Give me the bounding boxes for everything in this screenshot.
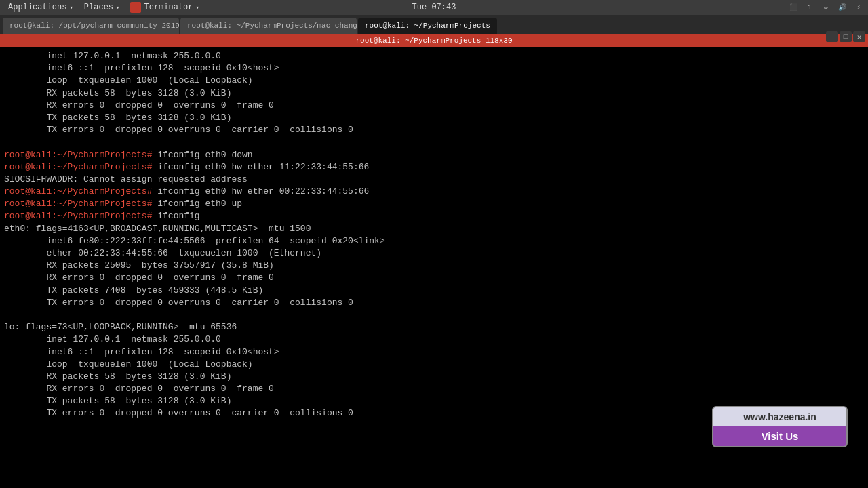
terminal-line: loop txqueuelen 1000 (Local Loopback) [4,75,864,87]
terminator-label: Terminator [144,3,193,12]
maximize-button[interactable]: □ [840,31,852,42]
close-button[interactable]: ✕ [853,31,865,42]
terminal-line: root@kali:~/PycharmProjects# ifconfig et… [4,186,864,198]
tray-icon-sound: 🔊 [837,2,848,13]
terminal-line: TX errors 0 dropped 0 overruns 0 carrier… [4,297,864,309]
applications-label: Applications [8,3,66,12]
terminal-line: inet6 ::1 prefixlen 128 scopeid 0x10<hos… [4,346,864,359]
watermark[interactable]: www.hazeena.in Visit Us [712,406,848,447]
terminal-line: TX packets 7408 bytes 459333 (448.5 KiB) [4,285,864,297]
terminal-line: RX errors 0 dropped 0 overruns 0 frame 0 [4,100,864,112]
terminal-line: root@kali:~/PycharmProjects# ifconfig et… [4,198,864,210]
applications-menu[interactable]: Applications ▾ [4,1,77,14]
terminal-line: root@kali:~/PycharmProjects# ifconfig et… [4,149,864,161]
tab-pycharm-bin[interactable]: root@kali: /opt/pycharm-community-2019.1… [3,18,179,34]
terminal-line: RX packets 25095 bytes 37557917 (35.8 Mi… [4,260,864,272]
window-controls: — □ ✕ [826,27,868,46]
terminal-line: root@kali:~/PycharmProjects# ifconfig et… [4,161,864,174]
watermark-url: www.hazeena.in [713,407,846,426]
terminal-line: ether 00:22:33:44:55:66 txqueuelen 1000 … [4,247,864,260]
terminal-line: loop txqueuelen 1000 (Local Loopback) [4,359,864,371]
terminal-line: TX packets 58 bytes 3128 (3.0 KiB) [4,112,864,124]
terminal-titlebar-text: root@kali: ~/PycharmProjects 118x30 [355,37,512,45]
terminal-line: root@kali:~/PycharmProjects# ifconfig [4,210,864,222]
terminal-line: lo: flags=73<UP,LOOPBACK,RUNNING> mtu 65… [4,321,864,333]
terminal-line: inet 127.0.0.1 netmask 255.0.0.0 [4,50,864,62]
tray-icon-1: ⬛ [788,2,799,13]
terminal-line: RX errors 0 dropped 0 overruns 0 frame 0 [4,383,864,395]
terminator-menu[interactable]: T Terminator ▾ [126,1,203,14]
terminal-line: RX packets 58 bytes 3128 (3.0 KiB) [4,87,864,100]
terminal-line: RX errors 0 dropped 0 overruns 0 frame 0 [4,272,864,284]
places-arrow: ▾ [116,4,119,12]
terminal-line: eth0: flags=4163<UP,BROADCAST,RUNNING,MU… [4,223,864,235]
terminator-icon: T [130,2,141,13]
tab-pycharm-projects-label: root@kali: ~/PycharmProjects [365,22,490,30]
applications-arrow: ▾ [69,4,73,12]
terminator-arrow: ▾ [196,4,199,12]
taskbar-right: ⬛ 1 ✏ 🔊 ⚡ [788,2,864,13]
tray-icon-battery: ⚡ [853,2,864,13]
tab-mac-changer[interactable]: root@kali: ~/PycharmProjects/mac_changer… [180,18,357,34]
tray-icon-network: ✏ [821,2,831,13]
datetime-text: Tue 07:43 [412,3,456,12]
minimize-button[interactable]: — [826,31,838,42]
terminal-line: RX packets 58 bytes 3128 (3.0 KiB) [4,371,864,383]
terminal-line [4,309,864,321]
terminal-line: inet 127.0.0.1 netmask 255.0.0.0 [4,333,864,346]
terminal-line: inet6 ::1 prefixlen 128 scopeid 0x10<hos… [4,62,864,75]
tab-mac-changer-label: root@kali: ~/PycharmProjects/mac_changer [187,22,357,30]
taskbar-datetime: Tue 07:43 [412,3,456,12]
tab-pycharm-projects[interactable]: root@kali: ~/PycharmProjects [358,18,497,34]
taskbar: Applications ▾ Places ▾ T Terminator ▾ T… [0,0,868,15]
places-label: Places [84,3,113,12]
terminal-line: TX errors 0 dropped 0 overruns 0 carrier… [4,124,864,136]
terminal-titlebar: root@kali: ~/PycharmProjects 118x30 [0,34,868,47]
watermark-cta[interactable]: Visit Us [713,426,846,446]
taskbar-left: Applications ▾ Places ▾ T Terminator ▾ [4,1,203,14]
tray-icon-2: 1 [804,2,815,13]
terminal-line: inet6 fe80::222:33ff:fe44:5566 prefixlen… [4,235,864,247]
tab-pycharm-bin-label: root@kali: /opt/pycharm-community-2019.1… [9,22,179,30]
tabbar: root@kali: /opt/pycharm-community-2019.1… [0,15,868,34]
terminal-line: SIOCSIFHWADDR: Cannot assign requested a… [4,174,864,186]
terminal-line [4,136,864,148]
places-menu[interactable]: Places ▾ [80,1,124,14]
